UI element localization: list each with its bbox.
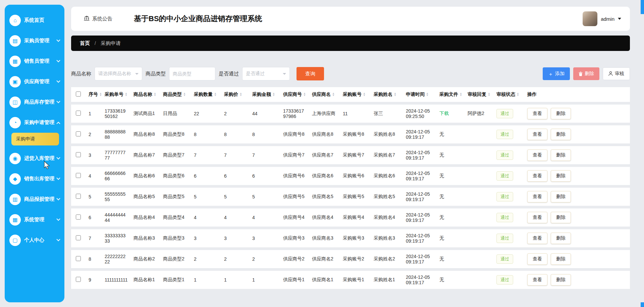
- row-checkbox[interactable]: [76, 256, 81, 261]
- sidebar-item-inventory-mgmt[interactable]: ◫商品库存管理: [5, 92, 64, 112]
- sidebar-item-home[interactable]: ⌂系统首页: [5, 10, 64, 30]
- cell-actions: 查看删除: [525, 208, 630, 227]
- sort-icon[interactable]: ▲▼: [99, 93, 102, 97]
- delete-button[interactable]: 删除: [551, 149, 571, 161]
- row-checkbox[interactable]: [76, 173, 81, 178]
- row-checkbox[interactable]: [76, 194, 81, 199]
- row-checkbox[interactable]: [76, 152, 81, 157]
- cell-account: 采购账号4: [340, 208, 371, 227]
- sort-icon[interactable]: ▲▼: [363, 93, 366, 97]
- product-type-input[interactable]: [169, 67, 215, 80]
- column-header[interactable]: 申请时间▲▼: [403, 87, 437, 102]
- column-header[interactable]: 采购姓名▲▼: [371, 87, 403, 102]
- cell-person: 采购姓名6: [371, 167, 403, 185]
- user-menu[interactable]: admin: [583, 11, 621, 26]
- row-checkbox[interactable]: [76, 214, 81, 220]
- cell-account: 11: [340, 105, 371, 123]
- row-checkbox[interactable]: [76, 111, 81, 116]
- scrollbar-thumb[interactable]: [641, 0, 644, 14]
- sort-icon[interactable]: ▲▼: [394, 93, 396, 97]
- column-header[interactable]: 供应商号▲▼: [280, 87, 309, 102]
- column-header-label: 商品名称: [133, 91, 152, 97]
- add-button[interactable]: ＋ 添加: [543, 67, 570, 80]
- download-link[interactable]: 下载: [439, 111, 449, 116]
- sort-icon[interactable]: ▲▼: [488, 93, 490, 97]
- product-name-select[interactable]: 请选择商品名称: [95, 67, 142, 80]
- column-header[interactable]: 采购数量▲▼: [191, 87, 221, 102]
- sort-icon[interactable]: ▲▼: [125, 93, 127, 97]
- sidebar-subitem-purchase-apply[interactable]: 采购申请: [11, 133, 59, 145]
- view-button[interactable]: 查看: [527, 129, 547, 140]
- row-checkbox-cell: [71, 146, 86, 164]
- view-button[interactable]: 查看: [527, 253, 547, 265]
- column-header-label: 审核回复: [468, 91, 486, 97]
- row-checkbox[interactable]: [76, 131, 81, 136]
- cell-time: 2024-12-05 09:19:17: [403, 250, 437, 268]
- delete-button[interactable]: 删除: [551, 108, 571, 119]
- cell-product_type: 商品类型2: [160, 250, 191, 268]
- delete-selected-button[interactable]: 删除: [573, 67, 599, 80]
- column-header[interactable]: 商品类型▲▼: [160, 87, 191, 102]
- sort-icon[interactable]: ▲▼: [154, 93, 156, 97]
- delete-button[interactable]: 删除: [551, 274, 571, 286]
- sort-icon[interactable]: ▲▼: [239, 93, 242, 97]
- column-header[interactable]: 采购文件▲▼: [437, 87, 465, 102]
- delete-button[interactable]: 删除: [551, 253, 571, 265]
- sidebar-item-profile[interactable]: ▢个人中心: [5, 230, 64, 250]
- sidebar-item-seller-mgmt[interactable]: ▦销售员管理: [5, 51, 64, 71]
- column-header[interactable]: 审核状态▲▼: [494, 87, 525, 102]
- sidebar-item-buyer-mgmt[interactable]: ▤采购员管理: [5, 30, 64, 51]
- view-button[interactable]: 查看: [527, 274, 547, 286]
- column-header[interactable]: 采购单号▲▼: [102, 87, 131, 102]
- sidebar-item-damage-mgmt[interactable]: ▥商品报损管理: [5, 189, 64, 209]
- sort-icon[interactable]: ▲▼: [460, 93, 462, 97]
- sidebar-item-purchase-apply-mgmt[interactable]: ◔采购申请管理: [5, 112, 64, 133]
- row-checkbox[interactable]: [76, 235, 81, 240]
- view-button[interactable]: 查看: [527, 170, 547, 182]
- delete-button[interactable]: 删除: [551, 212, 571, 223]
- sort-icon[interactable]: ▲▼: [183, 93, 186, 97]
- view-button[interactable]: 查看: [527, 149, 547, 161]
- column-header[interactable]: 商品名称▲▼: [131, 87, 160, 102]
- delete-button[interactable]: 删除: [551, 191, 571, 202]
- view-button[interactable]: 查看: [527, 233, 547, 244]
- column-header[interactable]: 审核回复▲▼: [465, 87, 494, 102]
- breadcrumb-home[interactable]: 首页: [80, 40, 90, 47]
- cell-supplier_no: 供应商号6: [280, 167, 309, 185]
- sidebar-item-outbound-mgmt[interactable]: ◆销售出库管理: [5, 169, 64, 189]
- column-header[interactable]: 采购账号▲▼: [340, 87, 371, 102]
- delete-button[interactable]: 删除: [551, 233, 571, 244]
- row-checkbox[interactable]: [76, 277, 81, 282]
- sidebar-item-supplier-mgmt[interactable]: ▣供应商管理: [5, 71, 64, 92]
- sidebar-item-system-mgmt[interactable]: ▦系统管理: [5, 209, 64, 230]
- sort-icon[interactable]: ▲▼: [303, 93, 306, 97]
- cell-order_no: 6666666666: [102, 167, 131, 185]
- delete-button[interactable]: 删除: [551, 170, 571, 182]
- cell-qty: 1: [191, 271, 221, 289]
- column-header[interactable]: 序号▲▼: [86, 87, 102, 102]
- status-badge: 通过: [496, 254, 513, 264]
- chevron-down-icon: [56, 237, 60, 241]
- sort-icon[interactable]: ▲▼: [272, 93, 275, 97]
- column-header-label: 采购文件: [439, 91, 458, 97]
- column-header[interactable]: 供应商名▲▼: [309, 87, 340, 102]
- sort-icon[interactable]: ▲▼: [214, 93, 217, 97]
- column-header[interactable]: 采购金额▲▼: [250, 87, 280, 102]
- search-button[interactable]: 查询: [297, 67, 324, 80]
- view-button[interactable]: 查看: [527, 212, 547, 223]
- audit-button[interactable]: 审核: [603, 67, 630, 80]
- select-all-checkbox[interactable]: [76, 91, 81, 97]
- view-button[interactable]: 查看: [527, 191, 547, 202]
- column-header[interactable]: 采购价▲▼: [221, 87, 250, 102]
- delete-button[interactable]: 删除: [551, 129, 571, 140]
- sidebar-item-inbound-mgmt[interactable]: ◉进货入库管理: [5, 148, 64, 169]
- view-button[interactable]: 查看: [527, 108, 547, 119]
- sort-icon[interactable]: ▲▼: [332, 93, 335, 97]
- system-notice-button[interactable]: 系统公告: [84, 16, 112, 22]
- cell-order_no: 7777777777: [102, 146, 131, 164]
- cell-product_name: 商品名称2: [131, 250, 160, 268]
- sort-icon[interactable]: ▲▼: [517, 93, 519, 97]
- pass-select[interactable]: 是否通过: [242, 67, 290, 80]
- sort-icon[interactable]: ▲▼: [426, 93, 429, 97]
- column-header-label: 供应商号: [283, 91, 302, 97]
